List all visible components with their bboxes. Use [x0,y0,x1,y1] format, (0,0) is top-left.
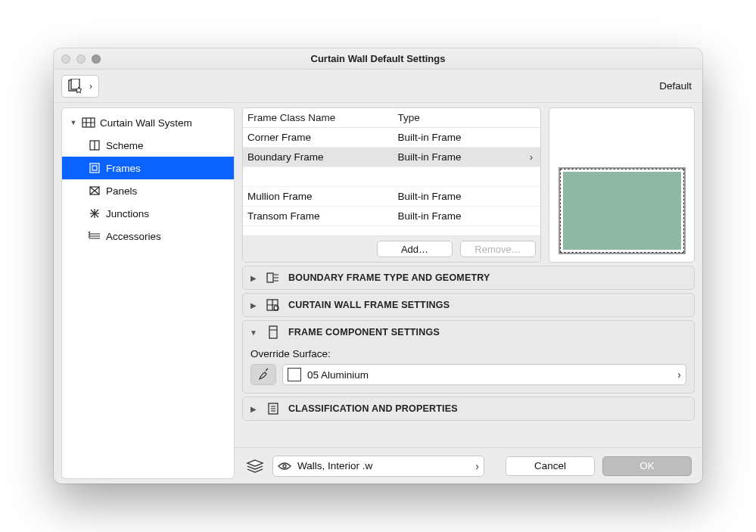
title-bar: Curtain Wall Default Settings [54,48,702,70]
sidebar-item-accessories[interactable]: Accessories [62,225,234,247]
frame-name: Corner Frame [247,132,398,143]
sidebar-item-frames[interactable]: Frames [62,157,234,179]
section-header[interactable]: ▶ BOUNDARY FRAME TYPE AND GEOMETRY [243,266,694,289]
cancel-button[interactable]: Cancel [506,456,595,476]
frame-row-mullion[interactable]: Mullion Frame Built-in Frame [243,187,540,207]
window-title: Curtain Wall Default Settings [54,53,702,64]
preview-frame-icon [558,167,686,254]
preview-glass-icon [563,172,681,250]
surface-name: 05 Aluminium [307,369,671,381]
favorites-icon [68,79,88,94]
chevron-right-icon: › [677,369,681,381]
geometry-icon [266,270,281,285]
column-header-type[interactable]: Type [398,112,536,123]
component-icon [266,325,281,340]
frame-row-transom[interactable]: Transom Frame Built-in Frame [243,207,540,226]
svg-rect-10 [92,166,97,170]
add-frame-button[interactable]: Add… [377,241,453,257]
sidebar-item-junctions[interactable]: Junctions [62,202,234,225]
svg-line-25 [266,369,268,371]
sidebar-item-label: Curtain Wall System [100,117,228,129]
section-title: CURTAIN WALL FRAME SETTINGS [288,300,450,310]
frame-type: Built-in Frame [398,151,462,163]
disclosure-triangle-icon[interactable]: ▶ [249,274,258,282]
sidebar-item-label: Accessories [106,231,228,242]
zoom-window-icon[interactable] [92,54,101,64]
frame-preview [549,107,695,263]
frame-class-list: Frame Class Name Type Corner Frame Built… [242,107,541,263]
sidebar-tree: ▼ Curtain Wall System Scheme [62,108,234,250]
svg-rect-18 [267,273,273,282]
favorites-button[interactable]: › [61,75,99,98]
section-title: FRAME COMPONENT SETTINGS [288,327,440,338]
disclosure-triangle-icon[interactable]: ▶ [249,405,258,413]
ok-button[interactable]: OK [602,456,692,476]
type-dropdown-button[interactable]: › [528,152,534,163]
section-frame-component-settings: ▼ FRAME COMPONENT SETTINGS Override Surf… [242,320,695,394]
column-header-name[interactable]: Frame Class Name [247,112,398,123]
frame-type: Built-in Frame [398,132,462,143]
sidebar: ▼ Curtain Wall System Scheme [61,107,235,479]
svg-point-31 [283,465,286,468]
chevron-right-icon: › [89,81,92,92]
frame-name: Boundary Frame [247,151,398,163]
main-panel: Frame Class Name Type Corner Frame Built… [235,103,702,484]
frame-list-separator [243,167,540,187]
sidebar-item-label: Panels [106,185,228,197]
section-header[interactable]: ▶ CLASSIFICATION AND PROPERTIES [243,397,694,420]
section-header[interactable]: ▶ CURTAIN WALL FRAME SETTINGS [243,294,694,316]
sidebar-item-curtain-wall-system[interactable]: ▼ Curtain Wall System [62,111,234,134]
section-title: CLASSIFICATION AND PROPERTIES [288,403,458,414]
panels-icon [88,184,101,198]
paint-brush-icon [257,368,270,381]
frame-name: Mullion Frame [247,191,398,202]
frames-icon [88,161,101,175]
disclosure-triangle-icon[interactable]: ▶ [249,301,258,310]
curtain-wall-system-icon [82,116,95,129]
sidebar-item-label: Frames [106,163,228,174]
sidebar-item-scheme[interactable]: Scheme [62,134,234,157]
dialog-window: Curtain Wall Default Settings › Default … [54,48,702,484]
accessories-icon [88,229,101,243]
classification-icon [266,401,281,416]
svg-marker-30 [247,460,263,466]
section-body: Override Surface: 05 Aluminium › [243,344,694,393]
sidebar-item-label: Scheme [106,140,228,151]
override-surface-toggle[interactable] [250,364,276,385]
section-header[interactable]: ▼ FRAME COMPONENT SETTINGS [243,321,694,344]
section-boundary-geometry: ▶ BOUNDARY FRAME TYPE AND GEOMETRY [242,266,695,290]
chevron-right-icon: › [475,460,479,472]
svg-rect-9 [90,163,99,173]
sidebar-item-panels[interactable]: Panels [62,179,234,202]
sidebar-item-label: Junctions [106,208,228,219]
section-title: BOUNDARY FRAME TYPE AND GEOMETRY [288,272,490,283]
frame-row-corner[interactable]: Corner Frame Built-in Frame [243,128,540,148]
disclosure-triangle-icon[interactable]: ▼ [70,119,77,126]
frame-settings-icon [266,297,281,313]
toolbar: › Default [54,70,702,103]
frame-name: Transom Frame [247,210,398,222]
eye-icon [278,459,291,473]
window-controls [61,54,101,64]
surface-picker[interactable]: 05 Aluminium › [282,364,686,385]
surface-swatch-icon [288,368,301,381]
junctions-icon [88,207,101,220]
frame-list-header: Frame Class Name Type [243,108,540,128]
section-cw-frame-settings: ▶ CURTAIN WALL FRAME SETTINGS [242,293,695,317]
scheme-icon [88,138,101,152]
frame-row-boundary[interactable]: Boundary Frame Built-in Frame › [243,148,540,167]
layer-name: Walls, Interior .w [297,460,469,471]
default-label: Default [659,80,692,92]
frame-list-buttons: Add… Remove… [243,235,540,262]
minimize-window-icon[interactable] [76,54,86,64]
content-area: ▼ Curtain Wall System Scheme [54,103,702,484]
layer-picker[interactable]: Walls, Interior .w › [272,456,484,477]
dialog-footer: Walls, Interior .w › Cancel OK [235,447,702,484]
disclosure-triangle-icon[interactable]: ▼ [249,328,258,337]
svg-rect-23 [269,326,277,338]
close-window-icon[interactable] [61,54,70,64]
layer-stack-icon [245,459,265,474]
section-classification: ▶ CLASSIFICATION AND PROPERTIES [242,397,695,421]
override-surface-label: Override Surface: [250,348,686,359]
frame-type: Built-in Frame [398,210,462,222]
